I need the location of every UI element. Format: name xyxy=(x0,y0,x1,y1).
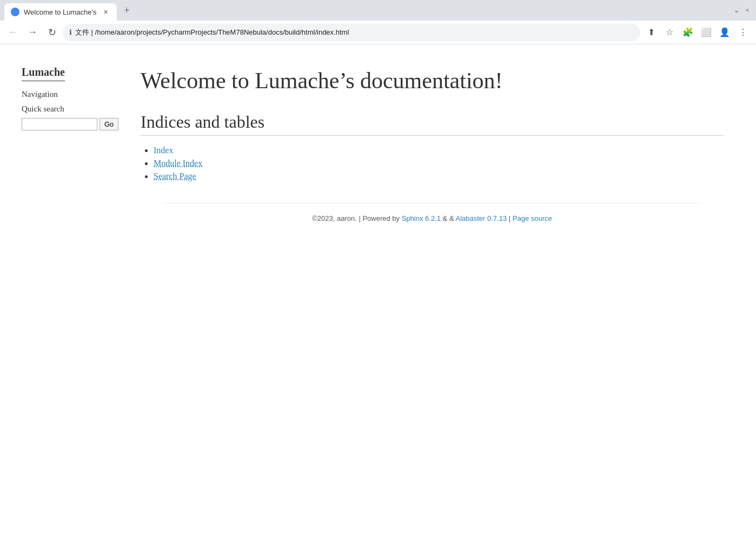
powered-by-text: Powered by xyxy=(362,214,400,222)
tab-favicon xyxy=(11,8,19,16)
forward-button[interactable]: → xyxy=(24,24,41,41)
back-button[interactable]: ← xyxy=(4,24,22,41)
layout-button[interactable]: ⬜ xyxy=(698,24,715,41)
address-text: 文件 | /home/aaron/projects/PycharmProject… xyxy=(75,28,634,37)
footer-separator: | xyxy=(509,214,513,222)
page-source-link[interactable]: Page source xyxy=(513,214,552,222)
sidebar: Lumache Navigation Quick search Go xyxy=(0,44,119,539)
menu-button[interactable]: ⋮ xyxy=(734,24,752,41)
search-input[interactable] xyxy=(22,118,97,130)
reload-button[interactable]: ↻ xyxy=(43,24,61,41)
section-title: Indices and tables xyxy=(141,112,724,136)
title-bar: Welcome to Lumache's × + ⌄ × xyxy=(0,0,756,21)
sidebar-navigation-label: Navigation xyxy=(22,90,108,99)
share-button[interactable]: ⬆ xyxy=(642,24,660,41)
alabaster-link[interactable]: Alabaster 0.7.13 xyxy=(455,214,507,222)
profile-button[interactable]: 👤 xyxy=(716,24,733,41)
copyright-text: ©2023, aaron. xyxy=(312,214,357,222)
chevron-down-icon[interactable]: ⌄ xyxy=(732,6,741,15)
new-tab-button[interactable]: + xyxy=(119,3,134,18)
list-item: Search Page xyxy=(154,172,724,181)
page-footer: ©2023, aaron. | Powered by Sphinx 6.2.1 … xyxy=(162,203,702,244)
indices-list: Index Module Index Search Page xyxy=(141,146,724,181)
page-title: Welcome to Lumache’s documentation! xyxy=(141,66,724,96)
list-item: Module Index xyxy=(154,159,724,168)
page-content: Lumache Navigation Quick search Go Welco… xyxy=(0,44,756,539)
search-page-link[interactable]: Search Page xyxy=(154,172,196,181)
address-info-icon: ℹ xyxy=(69,28,72,36)
close-window-button[interactable]: × xyxy=(743,6,752,15)
address-bar[interactable]: ℹ 文件 | /home/aaron/projects/PycharmProje… xyxy=(63,24,640,41)
bookmark-button[interactable]: ☆ xyxy=(661,24,678,41)
toolbar-actions: ⬆ ☆ 🧩 ⬜ 👤 ⋮ xyxy=(642,24,752,41)
main-content: Welcome to Lumache’s documentation! Indi… xyxy=(119,44,756,539)
window-controls: ⌄ × xyxy=(732,6,752,15)
sphinx-link[interactable]: Sphinx 6.2.1 xyxy=(402,214,441,222)
toolbar: ← → ↻ ℹ 文件 | /home/aaron/projects/Pychar… xyxy=(0,21,756,44)
tab-close-button[interactable]: × xyxy=(101,7,110,17)
browser-frame: Welcome to Lumache's × + ⌄ × ← → ↻ ℹ 文件 … xyxy=(0,0,756,539)
tab-label: Welcome to Lumache's xyxy=(24,8,96,16)
search-box-row: Go xyxy=(22,118,108,130)
sidebar-title: Lumache xyxy=(22,66,65,81)
index-link[interactable]: Index xyxy=(154,146,173,155)
amp-text: & xyxy=(443,214,448,222)
go-button[interactable]: Go xyxy=(100,118,118,130)
module-index-link[interactable]: Module Index xyxy=(154,159,202,168)
quick-search-label: Quick search xyxy=(22,104,108,114)
tab-strip: Welcome to Lumache's × + xyxy=(4,0,730,21)
list-item: Index xyxy=(154,146,724,155)
extensions-button[interactable]: 🧩 xyxy=(679,24,697,41)
active-tab[interactable]: Welcome to Lumache's × xyxy=(4,3,117,21)
